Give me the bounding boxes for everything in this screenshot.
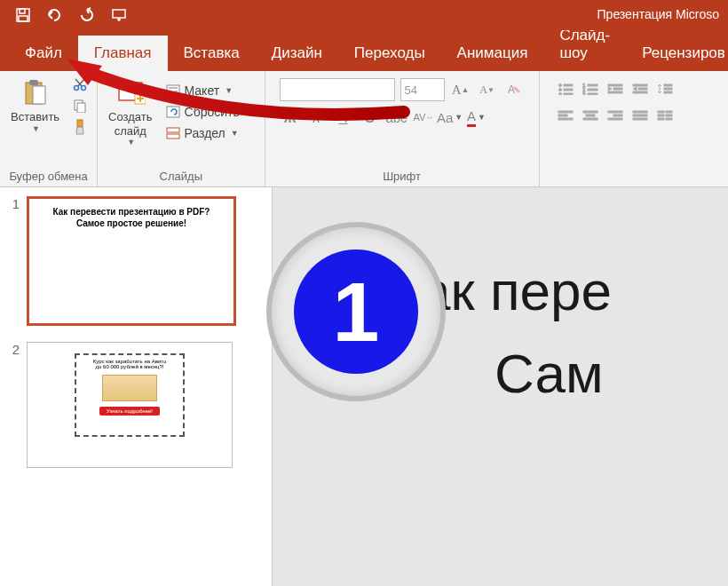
font-size-select[interactable]: 54	[400, 78, 445, 101]
svg-rect-47	[583, 111, 597, 113]
quick-access-toolbar	[0, 0, 135, 30]
group-paragraph-label	[545, 183, 685, 186]
increase-indent-button[interactable]	[629, 78, 652, 99]
copy-icon	[72, 98, 88, 114]
svg-rect-3	[113, 10, 125, 18]
tab-transitions[interactable]: Переходы	[338, 36, 441, 71]
slide-thumbnail-2[interactable]: Курс как заработать на Авито до 60 000 р…	[27, 342, 233, 468]
shadow-button[interactable]: S	[360, 107, 381, 128]
italic-button[interactable]: К	[306, 107, 328, 128]
svg-rect-26	[564, 89, 573, 91]
thumb2-header: Курс как заработать на Авито до 60 000 р…	[93, 359, 167, 369]
strikethrough-button[interactable]: abc	[386, 107, 408, 128]
slide-number: 2	[7, 342, 20, 468]
svg-rect-56	[658, 111, 664, 113]
line-spacing-button[interactable]	[653, 78, 677, 99]
font-color-button[interactable]: A▼	[466, 107, 487, 128]
new-slide-icon	[115, 76, 146, 108]
svg-point-23	[558, 84, 561, 87]
change-case-button[interactable]: Aa▼	[439, 107, 461, 128]
svg-rect-61	[666, 118, 672, 120]
align-left-button[interactable]	[554, 105, 577, 126]
undo-button[interactable]	[39, 0, 71, 30]
layout-button[interactable]: Макет▼	[162, 81, 259, 100]
copy-button[interactable]	[68, 96, 91, 115]
paste-button[interactable]: Вставить ▼	[5, 75, 65, 137]
slide-number: 1	[7, 196, 20, 326]
svg-rect-11	[77, 120, 83, 127]
svg-rect-36	[613, 88, 622, 90]
svg-rect-59	[666, 115, 672, 116]
svg-rect-18	[174, 91, 178, 94]
cut-button[interactable]	[68, 75, 91, 94]
svg-text:A: A	[508, 83, 515, 96]
group-slides-label: Слайды	[103, 170, 258, 186]
svg-rect-43	[664, 91, 672, 93]
thumbnail-row: 2 Курс как заработать на Авито до 60 000…	[7, 342, 265, 468]
annotation-step-badge: 1	[266, 222, 446, 401]
reset-icon	[165, 104, 181, 120]
group-font: 54 A▲ A▼ A Ж К Ч S abc AV↔ Aa▼ A▼ Шрифт	[265, 71, 540, 186]
section-icon	[165, 125, 181, 141]
clear-formatting-button[interactable]: A	[503, 79, 525, 100]
align-right-button[interactable]	[604, 105, 627, 126]
svg-rect-60	[658, 118, 664, 120]
svg-rect-37	[608, 91, 622, 93]
svg-rect-28	[564, 93, 573, 95]
redo-button[interactable]	[71, 0, 103, 30]
reset-button[interactable]: Сбросить	[162, 102, 259, 122]
tab-insert[interactable]: Вставка	[168, 36, 256, 71]
section-button[interactable]: Раздел▼	[162, 123, 259, 143]
decrease-indent-button[interactable]	[604, 78, 627, 99]
decrease-font-button[interactable]: A▼	[477, 79, 498, 100]
group-font-label: Шрифт	[271, 170, 534, 186]
svg-rect-17	[169, 91, 172, 94]
font-family-select[interactable]	[280, 78, 395, 101]
group-clipboard: Вставить ▼ Буфер обмена	[0, 71, 98, 186]
numbering-button[interactable]: 123	[579, 78, 602, 99]
tab-review[interactable]: Рецензиров	[626, 36, 728, 71]
thumb1-title: Как перевести презентацию в PDF? Самое п…	[29, 199, 233, 229]
char-spacing-button[interactable]: AV↔	[413, 107, 434, 128]
svg-rect-48	[586, 115, 595, 116]
new-slide-label: Создать слайд	[108, 110, 152, 138]
svg-rect-2	[19, 16, 28, 21]
svg-rect-42	[664, 88, 672, 90]
start-from-beginning-button[interactable]	[103, 0, 135, 30]
tab-home[interactable]: Главная	[78, 36, 168, 71]
svg-rect-41	[664, 84, 672, 86]
chevron-down-icon: ▼	[127, 138, 135, 147]
svg-rect-13	[122, 85, 139, 89]
tab-file[interactable]: Файл	[9, 36, 78, 71]
svg-rect-10	[77, 103, 85, 113]
tab-animations[interactable]: Анимация	[441, 36, 544, 71]
svg-rect-16	[169, 87, 178, 89]
svg-rect-6	[33, 86, 45, 104]
chevron-down-icon: ▼	[32, 124, 40, 134]
svg-rect-53	[633, 111, 647, 113]
increase-font-button[interactable]: A▲	[450, 79, 471, 100]
svg-rect-54	[633, 115, 647, 116]
svg-rect-40	[633, 91, 647, 93]
new-slide-button[interactable]: Создать слайд ▼	[103, 75, 157, 149]
svg-rect-50	[608, 111, 622, 113]
bold-button[interactable]: Ж	[280, 107, 301, 128]
window-title: Презентация Microso	[597, 7, 719, 21]
format-painter-button[interactable]	[68, 117, 91, 137]
svg-rect-52	[608, 118, 622, 120]
layout-label: Макет	[185, 83, 220, 98]
bullets-button[interactable]	[554, 78, 577, 99]
align-center-button[interactable]	[579, 105, 602, 126]
save-button[interactable]	[7, 0, 39, 30]
columns-button[interactable]	[653, 105, 677, 126]
svg-rect-58	[658, 115, 664, 116]
justify-button[interactable]	[629, 105, 652, 126]
underline-button[interactable]: Ч	[333, 107, 354, 128]
svg-point-27	[558, 93, 561, 96]
svg-point-25	[558, 89, 561, 91]
group-slides: Создать слайд ▼ Макет▼ Сбросить Раздел▼ …	[98, 71, 265, 186]
slide-thumbnail-1[interactable]: Как перевести презентацию в PDF? Самое п…	[27, 196, 236, 326]
chevron-down-icon: ▼	[231, 129, 239, 138]
svg-rect-55	[633, 118, 647, 120]
tab-design[interactable]: Дизайн	[256, 36, 338, 71]
